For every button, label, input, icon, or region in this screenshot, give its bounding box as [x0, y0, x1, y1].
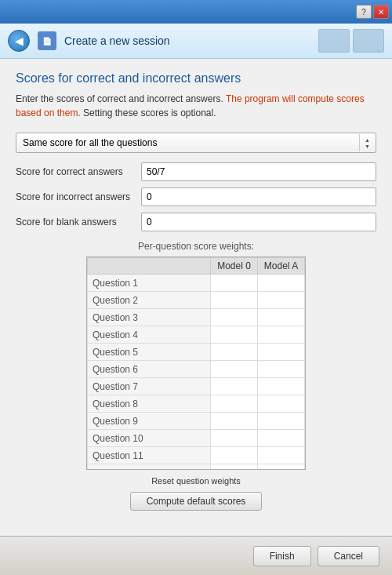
question-name: Question 1 — [88, 275, 211, 292]
col-header-empty — [88, 258, 211, 275]
page-description: Enter the scores of correct and incorrec… — [16, 92, 376, 120]
model0-cell[interactable] — [211, 464, 258, 470]
correct-answers-input[interactable] — [141, 162, 376, 181]
model0-cell[interactable] — [211, 344, 258, 361]
model0-cell[interactable] — [211, 430, 258, 447]
question-name: Question 12 — [88, 464, 211, 470]
table-buttons: Reset question weights Compute default s… — [16, 475, 376, 511]
table-row: Question 11 — [88, 447, 305, 464]
table-row: Question 2 — [88, 292, 305, 309]
compute-scores-button[interactable]: Compute default scores — [130, 492, 263, 511]
modelA-cell[interactable] — [258, 361, 305, 378]
question-name: Question 5 — [88, 344, 211, 361]
table-row: Question 10 — [88, 430, 305, 447]
reset-weights-button[interactable]: Reset question weights — [145, 475, 247, 487]
table-row: Question 5 — [88, 344, 305, 361]
model0-cell[interactable] — [211, 378, 258, 395]
table-row: Question 12 — [88, 464, 305, 470]
page-title: Scores for correct and incorrect answers — [16, 71, 376, 86]
modelA-cell[interactable] — [258, 430, 305, 447]
incorrect-answers-input[interactable] — [141, 187, 376, 206]
table-row: Question 9 — [88, 413, 305, 430]
back-button[interactable]: ◀ — [8, 30, 30, 52]
model0-cell[interactable] — [211, 292, 258, 309]
model0-cell[interactable] — [211, 413, 258, 430]
finish-button[interactable]: Finish — [253, 546, 311, 566]
incorrect-answers-row: Score for incorrect answers — [16, 187, 376, 206]
table-row: Question 4 — [88, 326, 305, 344]
modelA-cell[interactable] — [258, 309, 305, 326]
score-mode-dropdown-container[interactable]: Same score for all the questions — [16, 133, 376, 153]
bottom-bar: Finish Cancel — [0, 536, 392, 575]
title-bar-buttons: ? ✕ — [356, 5, 389, 19]
table-row: Question 6 — [88, 361, 305, 378]
close-button[interactable]: ✕ — [373, 5, 389, 19]
correct-answers-row: Score for correct answers — [16, 162, 376, 181]
title-bar: ? ✕ — [0, 0, 392, 24]
per-question-label: Per-question score weights: — [16, 241, 376, 252]
table-row: Question 7 — [88, 378, 305, 395]
model0-cell[interactable] — [211, 309, 258, 326]
main-content: Scores for correct and incorrect answers… — [0, 59, 392, 536]
blank-answers-label: Score for blank answers — [16, 217, 141, 227]
model0-cell[interactable] — [211, 447, 258, 464]
nav-bar: ◀ 📄 Create a new session — [0, 24, 392, 59]
weights-table-container: Model 0 Model A Question 1 Question 2 Qu… — [86, 257, 306, 470]
question-name: Question 11 — [88, 447, 211, 464]
help-button[interactable]: ? — [356, 5, 372, 19]
score-mode-dropdown[interactable]: Same score for all the questions — [16, 133, 376, 153]
modelA-cell[interactable] — [258, 395, 305, 413]
thumbnail-1 — [318, 29, 350, 53]
blank-answers-input[interactable] — [141, 213, 376, 231]
modelA-cell[interactable] — [258, 447, 305, 464]
question-name: Question 9 — [88, 413, 211, 430]
col-header-model0: Model 0 — [211, 258, 258, 275]
nav-title: Create a new session — [64, 35, 170, 47]
description-normal: Enter the scores of correct and incorrec… — [16, 93, 223, 104]
model0-cell[interactable] — [211, 326, 258, 344]
col-header-modelA: Model A — [258, 258, 305, 275]
thumbnail-2 — [353, 29, 384, 53]
question-name: Question 10 — [88, 430, 211, 447]
modelA-cell[interactable] — [258, 413, 305, 430]
question-name: Question 6 — [88, 361, 211, 378]
description-end: Setting these scores is optional. — [83, 107, 216, 118]
blank-answers-row: Score for blank answers — [16, 213, 376, 231]
table-row: Question 1 — [88, 275, 305, 292]
modelA-cell[interactable] — [258, 464, 305, 470]
session-icon: 📄 — [38, 31, 56, 50]
incorrect-answers-label: Score for incorrect answers — [16, 191, 141, 202]
table-wrapper[interactable]: Model 0 Model A Question 1 Question 2 Qu… — [87, 257, 305, 469]
table-row: Question 8 — [88, 395, 305, 413]
modelA-cell[interactable] — [258, 326, 305, 344]
cancel-button[interactable]: Cancel — [318, 546, 379, 566]
modelA-cell[interactable] — [258, 344, 305, 361]
modelA-cell[interactable] — [258, 275, 305, 292]
question-name: Question 4 — [88, 326, 211, 344]
model0-cell[interactable] — [211, 275, 258, 292]
question-name: Question 2 — [88, 292, 211, 309]
table-row: Question 3 — [88, 309, 305, 326]
per-question-section: Per-question score weights: Model 0 Mode… — [16, 241, 376, 511]
weights-table: Model 0 Model A Question 1 Question 2 Qu… — [87, 257, 305, 469]
model0-cell[interactable] — [211, 361, 258, 378]
question-name: Question 3 — [88, 309, 211, 326]
question-name: Question 8 — [88, 395, 211, 413]
correct-answers-label: Score for correct answers — [16, 166, 141, 177]
question-name: Question 7 — [88, 378, 211, 395]
modelA-cell[interactable] — [258, 292, 305, 309]
model0-cell[interactable] — [211, 395, 258, 413]
modelA-cell[interactable] — [258, 378, 305, 395]
nav-thumbnails — [318, 29, 384, 53]
